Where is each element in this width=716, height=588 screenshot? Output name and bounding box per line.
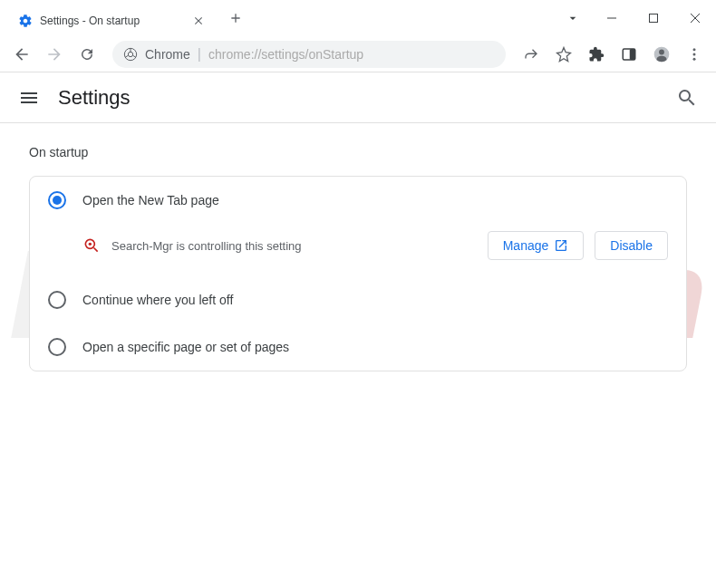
extensions-button[interactable]: [582, 40, 611, 69]
radio-icon: [48, 191, 66, 209]
radio-new-tab[interactable]: Open the New Tab page: [30, 177, 686, 224]
svg-point-7: [659, 49, 664, 54]
radio-continue[interactable]: Continue where you left off: [30, 276, 686, 323]
reload-button[interactable]: [73, 40, 102, 69]
address-bar[interactable]: Chrome | chrome://settings/onStartup: [112, 41, 506, 68]
plus-icon: [228, 11, 243, 25]
gear-icon: [18, 14, 33, 28]
disable-label: Disable: [610, 238, 653, 253]
hamburger-icon[interactable]: [18, 87, 40, 109]
section-title: On startup: [29, 145, 687, 159]
page-title: Settings: [58, 86, 131, 110]
tab-search-button[interactable]: [555, 11, 591, 25]
close-icon[interactable]: [192, 14, 205, 27]
radio-label: Continue where you left off: [82, 293, 233, 307]
window-controls: [555, 0, 716, 36]
back-button[interactable]: [7, 40, 36, 69]
more-vert-icon: [686, 46, 702, 63]
svg-point-8: [693, 48, 696, 51]
reload-icon: [79, 46, 95, 63]
radio-specific[interactable]: Open a specific page or set of pages: [30, 323, 686, 371]
forward-button[interactable]: [40, 40, 69, 69]
radio-icon: [48, 338, 66, 356]
address-url: chrome://settings/onStartup: [208, 47, 363, 62]
radio-icon: [48, 291, 66, 309]
manage-label: Manage: [503, 238, 549, 253]
minimize-button[interactable]: [591, 0, 633, 36]
maximize-button[interactable]: [633, 0, 674, 36]
close-icon: [690, 13, 701, 24]
browser-toolbar: Chrome | chrome://settings/onStartup: [0, 36, 716, 72]
settings-header: Settings: [0, 72, 716, 123]
bookmark-button[interactable]: [549, 40, 578, 69]
radio-label: Open a specific page or set of pages: [82, 340, 289, 354]
puzzle-icon: [588, 46, 605, 63]
panel-icon: [621, 46, 637, 63]
startup-card: Open the New Tab page Search-Mgr is cont…: [29, 176, 687, 371]
profile-button[interactable]: [647, 40, 676, 69]
address-divider: |: [198, 46, 201, 63]
titlebar: Settings - On startup: [0, 0, 716, 36]
star-icon: [556, 46, 572, 63]
browser-tab[interactable]: Settings - On startup: [7, 5, 216, 36]
arrow-right-icon: [45, 45, 63, 63]
settings-page: Settings On startup Open the New Tab pag…: [0, 72, 716, 393]
minimize-icon: [606, 13, 617, 24]
settings-body: On startup Open the New Tab page Search-…: [0, 123, 716, 393]
menu-button[interactable]: [680, 40, 709, 69]
tab-title: Settings - On startup: [40, 14, 185, 27]
share-icon: [523, 46, 539, 63]
arrow-left-icon: [13, 45, 31, 63]
close-window-button[interactable]: [674, 0, 716, 36]
manage-button[interactable]: Manage: [488, 231, 585, 260]
search-icon[interactable]: [676, 87, 698, 109]
radio-label: Open the New Tab page: [82, 193, 219, 207]
svg-point-3: [128, 52, 132, 56]
controlled-notice: Search-Mgr is controlling this setting M…: [30, 224, 686, 276]
disable-button[interactable]: Disable: [595, 231, 668, 260]
svg-rect-5: [630, 49, 635, 60]
address-prefix: Chrome: [145, 47, 190, 62]
svg-rect-0: [607, 18, 616, 19]
share-button[interactable]: [517, 40, 546, 69]
svg-rect-1: [650, 14, 658, 23]
side-panel-button[interactable]: [614, 40, 643, 69]
svg-point-10: [693, 57, 696, 60]
maximize-icon: [648, 13, 659, 24]
external-link-icon: [554, 238, 568, 253]
svg-point-9: [693, 53, 696, 55]
new-tab-button[interactable]: [223, 5, 248, 31]
svg-point-12: [89, 243, 92, 246]
controlled-text: Search-Mgr is controlling this setting: [111, 239, 477, 253]
chevron-down-icon: [566, 11, 580, 25]
extension-magnifier-icon: [82, 236, 101, 255]
avatar-icon: [653, 45, 671, 63]
chrome-icon: [123, 47, 138, 62]
